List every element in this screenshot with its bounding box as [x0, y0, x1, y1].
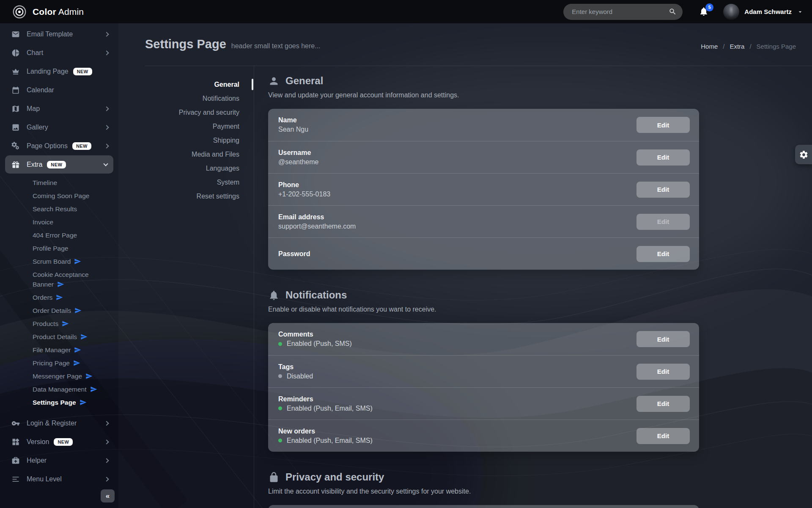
sidebar-item-chart[interactable]: Chart	[0, 44, 118, 62]
sidebar-item-extra[interactable]: Extra NEW	[5, 155, 113, 174]
sidebar-item-login-register[interactable]: Login & Register	[0, 414, 118, 433]
sidebar-item-label: Gallery	[27, 124, 48, 131]
submenu-item-messenger-page[interactable]: Messenger Page	[0, 370, 118, 383]
row-label: Password	[278, 250, 625, 258]
sidebar-item-label: Page Options	[27, 142, 68, 150]
settings-nav-notifications[interactable]: Notifications	[145, 91, 254, 105]
app-logo[interactable]: Color Admin	[0, 4, 84, 19]
submenu-item-file-manager[interactable]: File Manager	[0, 343, 118, 356]
settings-nav-reset-settings[interactable]: Reset settings	[145, 189, 254, 203]
submenu-item-orders[interactable]: Orders	[0, 291, 118, 304]
settings-nav-languages[interactable]: Languages	[145, 161, 254, 175]
sidebar-item-calendar[interactable]: Calendar	[0, 81, 118, 99]
edit-username-button[interactable]: Edit	[636, 149, 690, 166]
sidebar-item-label: Email Template	[27, 30, 73, 38]
chevron-right-icon	[104, 106, 109, 111]
submenu-item-invoice[interactable]: Invoice	[0, 215, 118, 229]
user-menu[interactable]: Adam Schwartz	[723, 4, 804, 20]
row-label: Username	[278, 149, 625, 157]
chevron-right-icon	[104, 144, 109, 148]
new-badge: NEW	[54, 438, 73, 446]
settings-nav-shipping[interactable]: Shipping	[145, 133, 254, 147]
search-icon[interactable]	[669, 8, 677, 16]
notifications-button[interactable]: 5	[699, 6, 710, 17]
map-icon	[11, 105, 20, 113]
sidebar-item-label: Menu Level	[27, 475, 62, 483]
notifications-card: Comments Enabled (Push, SMS) Edit Tags D…	[268, 323, 699, 452]
submenu-item-products[interactable]: Products	[0, 317, 118, 330]
status-text: Disabled	[287, 373, 313, 380]
submenu-item-pricing-page[interactable]: Pricing Page	[0, 356, 118, 370]
sidebar-item-page-options[interactable]: Page Options NEW	[0, 137, 118, 155]
paper-plane-icon	[57, 281, 64, 288]
submenu-item-scrum-board[interactable]: Scrum Board	[0, 255, 118, 268]
general-card: Name Sean Ngu Edit Username @seantheme E…	[268, 109, 699, 270]
sidebar-item-helper[interactable]: Helper	[0, 451, 118, 470]
sidebar-item-email-template[interactable]: Email Template	[0, 25, 118, 44]
submenu-item-cookie-acceptance-banner[interactable]: Cookie Acceptance Banner	[0, 268, 118, 291]
sidebar-item-label: Landing Page	[27, 68, 69, 75]
sidebar-item-version[interactable]: Version NEW	[0, 433, 118, 451]
new-badge: NEW	[72, 142, 91, 150]
settings-nav-general[interactable]: General	[145, 77, 254, 91]
edit-email-button: Edit	[636, 214, 690, 230]
extra-submenu: Timeline Coming Soon Page Search Results…	[0, 176, 118, 409]
chevron-right-icon	[104, 50, 109, 55]
edit-name-button[interactable]: Edit	[636, 117, 690, 133]
page-subtitle: header small text goes here...	[231, 42, 321, 50]
submenu-item-404-error-page[interactable]: 404 Error Page	[0, 229, 118, 242]
submenu-item-search-results[interactable]: Search Results	[0, 202, 118, 215]
settings-nav-privacy-and-security[interactable]: Privacy and security	[145, 105, 254, 119]
user-avatar	[723, 4, 739, 20]
notification-count-badge: 5	[705, 3, 713, 11]
edit-reminders-button[interactable]: Edit	[636, 396, 690, 412]
breadcrumb-home[interactable]: Home	[701, 43, 718, 50]
section-description: Limit the account visibility and the sec…	[268, 488, 699, 495]
sidebar-item-label: Calendar	[27, 86, 54, 94]
row-label: Tags	[278, 363, 625, 371]
submenu-item-order-details[interactable]: Order Details	[0, 304, 118, 317]
enabled-status-dot	[278, 342, 282, 346]
sidebar-item-menu-level[interactable]: Menu Level	[0, 470, 118, 489]
edit-new-orders-button[interactable]: Edit	[636, 428, 690, 444]
new-badge: NEW	[47, 161, 66, 168]
edit-comments-button[interactable]: Edit	[636, 331, 690, 347]
paper-plane-icon	[80, 333, 88, 340]
chevron-down-icon	[797, 8, 804, 15]
submenu-item-data-management[interactable]: Data Management	[0, 383, 118, 396]
section-description: View and update your general account inf…	[268, 91, 699, 99]
theme-settings-button[interactable]	[795, 145, 812, 164]
setting-row-username: Username @seantheme Edit	[268, 141, 699, 173]
notification-row-comments: Comments Enabled (Push, SMS) Edit	[268, 323, 699, 355]
settings-nav-payment[interactable]: Payment	[145, 119, 254, 133]
list-icon	[11, 475, 20, 483]
sidebar-item-map[interactable]: Map	[0, 99, 118, 118]
submenu-item-product-details[interactable]: Product Details	[0, 330, 118, 343]
edit-phone-button[interactable]: Edit	[636, 182, 690, 198]
header-divider	[145, 66, 812, 66]
chevron-down-icon	[103, 161, 108, 166]
edit-password-button[interactable]: Edit	[636, 246, 690, 262]
settings-nav-system[interactable]: System	[145, 175, 254, 189]
breadcrumb-extra[interactable]: Extra	[730, 43, 744, 50]
paper-plane-icon	[73, 359, 80, 367]
chevron-right-icon	[104, 439, 109, 444]
notifications-section-header: Notifications	[268, 289, 699, 301]
section-title: General	[285, 75, 323, 87]
search-input[interactable]	[572, 8, 669, 15]
enabled-status-dot	[278, 406, 282, 410]
disabled-status-dot	[278, 374, 282, 378]
sidebar-item-gallery[interactable]: Gallery	[0, 118, 118, 137]
submenu-item-coming-soon-page[interactable]: Coming Soon Page	[0, 189, 118, 202]
edit-tags-button[interactable]: Edit	[636, 364, 690, 380]
section-title: Notifications	[285, 289, 347, 301]
submenu-item-settings-page[interactable]: Settings Page	[0, 396, 118, 409]
settings-nav-media-and-files[interactable]: Media and Files	[145, 147, 254, 161]
settings-nav-divider	[254, 66, 254, 508]
sidebar-item-label: Extra	[27, 161, 42, 168]
submenu-item-profile-page[interactable]: Profile Page	[0, 242, 118, 255]
sidebar-collapse-button[interactable]: «	[101, 489, 115, 502]
submenu-item-timeline[interactable]: Timeline	[0, 176, 118, 189]
sidebar-item-landing-page[interactable]: Landing Page NEW	[0, 62, 118, 81]
row-label: New orders	[278, 428, 625, 435]
